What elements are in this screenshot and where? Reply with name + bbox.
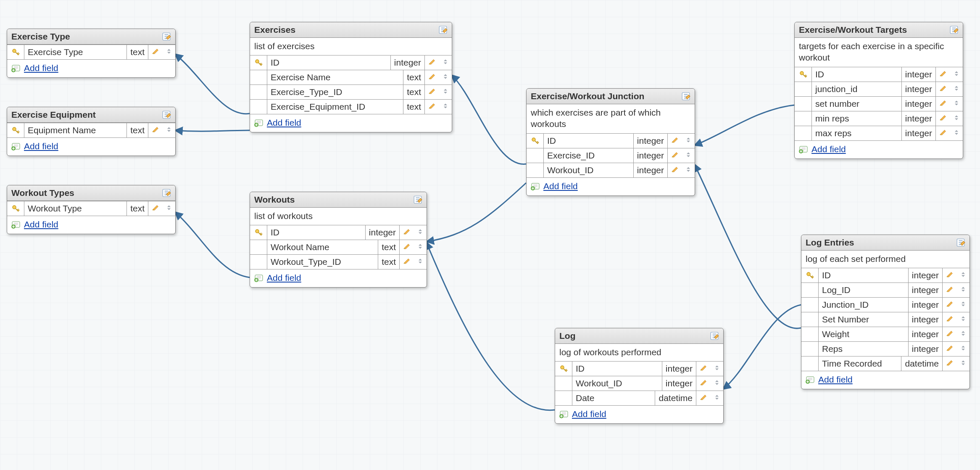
add-field-link[interactable]: Add field [543, 181, 578, 191]
field-row[interactable]: Equipment Nametext [7, 123, 175, 137]
add-field-link[interactable]: Add field [24, 219, 58, 230]
reorder-handle[interactable] [960, 359, 967, 369]
reorder-handle[interactable] [960, 314, 967, 325]
edit-field-button[interactable] [946, 300, 954, 310]
add-field-link[interactable]: Add field [267, 273, 301, 283]
edit-field-button[interactable] [700, 393, 707, 403]
edit-field-button[interactable] [152, 125, 159, 135]
table-header[interactable]: Exercise/Workout Junction [527, 89, 695, 104]
reorder-handle[interactable] [953, 128, 960, 138]
edit-table-button[interactable] [681, 92, 690, 101]
table-header[interactable]: Log [555, 328, 723, 344]
field-row[interactable]: Exercise_Type_IDtext [250, 85, 452, 100]
edit-field-button[interactable] [403, 257, 411, 267]
reorder-handle[interactable] [953, 69, 960, 79]
field-row[interactable]: Log_IDinteger [801, 283, 969, 298]
field-row[interactable]: set numberinteger [795, 97, 963, 111]
table-card-ewt[interactable]: Exercise/Workout Targetstargets for each… [794, 22, 963, 159]
edit-table-button[interactable] [949, 25, 959, 34]
edit-field-button[interactable] [152, 203, 159, 214]
reorder-handle[interactable] [953, 99, 960, 109]
edit-field-button[interactable] [671, 151, 679, 161]
table-header[interactable]: Exercise/Workout Targets [795, 22, 963, 38]
field-row[interactable]: IDinteger [250, 55, 452, 70]
edit-field-button[interactable] [403, 227, 411, 238]
add-field-link[interactable]: Add field [572, 409, 606, 419]
edit-field-button[interactable] [946, 359, 954, 369]
table-card-exercises[interactable]: Exerciseslist of exercisesIDintegerExerc… [250, 22, 452, 132]
add-field-row[interactable]: Add field [795, 140, 963, 158]
field-row[interactable]: IDinteger [795, 67, 963, 82]
table-header[interactable]: Exercise Equipment [7, 107, 175, 123]
edit-field-button[interactable] [700, 378, 707, 388]
field-row[interactable]: Exercise_Equipment_IDtext [250, 100, 452, 114]
edit-field-button[interactable] [939, 69, 947, 79]
field-row[interactable]: min repsinteger [795, 111, 963, 126]
edit-field-button[interactable] [152, 47, 159, 57]
edit-field-button[interactable] [939, 114, 947, 124]
add-field-row[interactable]: Add field [250, 114, 452, 132]
add-field-link[interactable]: Add field [24, 63, 58, 73]
edit-table-button[interactable] [162, 110, 171, 119]
reorder-handle[interactable] [714, 393, 720, 403]
field-row[interactable]: IDinteger [801, 268, 969, 283]
field-row[interactable]: Workout Typetext [7, 201, 175, 216]
table-header[interactable]: Log Entries [801, 235, 969, 251]
add-field-link[interactable]: Add field [267, 118, 301, 128]
reorder-handle[interactable] [417, 227, 424, 238]
field-row[interactable]: junction_idinteger [795, 82, 963, 97]
field-row[interactable]: Repsinteger [801, 342, 969, 356]
field-row[interactable]: Set Numberinteger [801, 312, 969, 327]
reorder-handle[interactable] [960, 344, 967, 354]
edit-table-button[interactable] [162, 32, 171, 41]
table-card-ewj[interactable]: Exercise/Workout Junctionwhich exercises… [526, 88, 695, 196]
field-row[interactable]: Datedatetime [555, 391, 723, 405]
table-card-workout_types[interactable]: Workout TypesWorkout TypetextAdd field [7, 185, 176, 234]
add-field-row[interactable]: Add field [801, 371, 969, 389]
reorder-handle[interactable] [960, 329, 967, 339]
table-card-workouts[interactable]: Workoutslist of workoutsIDintegerWorkout… [250, 192, 427, 288]
edit-field-button[interactable] [700, 364, 707, 374]
add-field-row[interactable]: Add field [7, 216, 175, 234]
field-row[interactable]: Exercise Typetext [7, 45, 175, 59]
reorder-handle[interactable] [442, 72, 449, 82]
reorder-handle[interactable] [166, 203, 172, 214]
edit-field-button[interactable] [403, 242, 411, 252]
edit-field-button[interactable] [428, 72, 436, 82]
reorder-handle[interactable] [714, 364, 720, 374]
add-field-link[interactable]: Add field [818, 375, 853, 385]
edit-field-button[interactable] [939, 84, 947, 94]
edit-field-button[interactable] [428, 87, 436, 97]
field-row[interactable]: max repsinteger [795, 126, 963, 140]
edit-table-button[interactable] [162, 188, 171, 198]
field-row[interactable]: IDinteger [250, 225, 427, 240]
add-field-row[interactable]: Add field [7, 137, 175, 156]
reorder-handle[interactable] [166, 47, 172, 57]
table-header[interactable]: Exercises [250, 22, 452, 38]
add-field-link[interactable]: Add field [24, 141, 58, 151]
table-header[interactable]: Workout Types [7, 185, 175, 201]
edit-field-button[interactable] [428, 58, 436, 68]
table-header[interactable]: Exercise Type [7, 29, 175, 45]
edit-field-button[interactable] [939, 99, 947, 109]
add-field-row[interactable]: Add field [555, 405, 723, 423]
table-card-exercise_equipment[interactable]: Exercise EquipmentEquipment NametextAdd … [7, 107, 176, 156]
reorder-handle[interactable] [714, 378, 720, 388]
reorder-handle[interactable] [442, 87, 449, 97]
edit-field-button[interactable] [939, 128, 947, 138]
reorder-handle[interactable] [960, 270, 967, 280]
add-field-link[interactable]: Add field [811, 144, 846, 154]
edit-field-button[interactable] [428, 102, 436, 112]
field-row[interactable]: IDinteger [555, 362, 723, 376]
table-card-exercise_type[interactable]: Exercise TypeExercise TypetextAdd field [7, 29, 176, 78]
table-header[interactable]: Workouts [250, 192, 427, 208]
reorder-handle[interactable] [953, 84, 960, 94]
field-row[interactable]: Weightinteger [801, 327, 969, 342]
reorder-handle[interactable] [960, 285, 967, 295]
table-card-log[interactable]: Loglog of workouts performedIDintegerWor… [555, 328, 724, 424]
edit-field-button[interactable] [946, 270, 954, 280]
field-row[interactable]: IDinteger [527, 134, 695, 148]
field-row[interactable]: Workout Nametext [250, 240, 427, 255]
edit-field-button[interactable] [671, 165, 679, 175]
add-field-row[interactable]: Add field [250, 269, 427, 287]
